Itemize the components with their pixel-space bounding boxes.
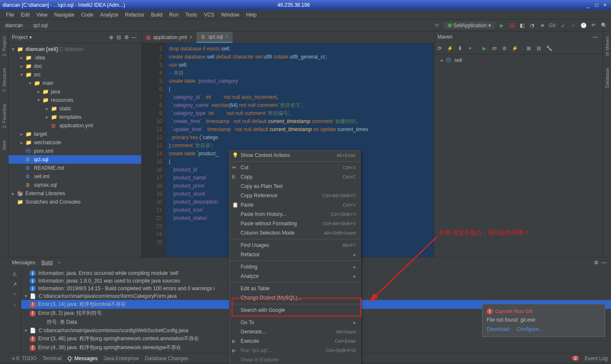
generate-icon[interactable]: ⚡ [446,45,454,52]
hide-icon[interactable]: — [130,34,138,41]
collapse-icon[interactable]: ⊟ [535,45,543,52]
editor-tab-app-yml[interactable]: ▦application.yml× [142,32,196,43]
web-tool-button[interactable]: Web [2,139,7,151]
ctx-show-context-actions[interactable]: 💡Show Context ActionsAlt+Enter [230,151,360,160]
close-icon[interactable]: × [189,34,192,40]
menu-navigate[interactable]: Navigate [51,11,78,19]
line-gutter[interactable]: 1234567891011121314151617181920212223242… [142,43,165,257]
git-update-icon[interactable]: ↙ [559,22,567,29]
show-deps-icon[interactable]: ⊞ [525,45,533,52]
menu-analyze[interactable]: Analyze [97,11,122,19]
event-count-badge[interactable]: 2 [572,356,579,361]
export-icon[interactable]: ↗ [11,280,19,288]
ctx-change-dialect-mysql-[interactable]: Change Dialect (MySQL)... [230,293,360,302]
run-icon[interactable]: ▶ [480,45,488,52]
gear-icon[interactable]: ⚙ [592,259,600,266]
ctx-edit-as-table[interactable]: Edit as Table [230,284,360,293]
database-tool-button[interactable]: Database [605,66,610,90]
tree-src[interactable]: ▾📁src [8,70,141,79]
hide-icon[interactable]: — [600,259,608,266]
gear-icon[interactable]: ⚙ [123,34,130,41]
ctx-execute[interactable]: ▶ExecuteCtrl+Enter [230,336,360,346]
maximize-icon[interactable]: □ [593,2,600,8]
warning-icon[interactable]: ⚠ [11,270,19,278]
tree-static[interactable]: ▸📁static [8,104,141,113]
add-icon[interactable]: + [466,45,474,52]
run-configuration[interactable]: ⬢ SellApplication ▾ [443,22,496,29]
close-icon[interactable]: × [58,260,61,266]
debug-icon[interactable]: 🐞 [508,22,516,29]
minimize-icon[interactable]: _ [585,2,591,8]
stop-icon[interactable]: ■ [538,22,546,29]
ctx-copy-as-plain-text[interactable]: Copy as Plain Text [230,182,360,191]
structure-tool-button[interactable]: 7: Structure [2,66,7,94]
java-enterprise-tab[interactable]: Java Enterprise [104,356,139,361]
m-icon[interactable]: m [490,45,498,52]
tree-app-yml[interactable]: ▦application.yml [8,121,141,130]
download-link[interactable]: Download [487,326,509,332]
offline-icon[interactable]: ⚡ [511,45,519,52]
tree-ext-lib[interactable]: ▸📚External Libraries [8,189,141,198]
tree-templates[interactable]: ▸📁templates [8,113,141,121]
breadcrumb-file[interactable]: qcl.sql [31,22,49,28]
git-commit-icon[interactable]: ✓ [569,22,577,29]
tree-pom[interactable]: ⓜpom.xml [8,147,141,155]
close-icon[interactable]: × [225,34,228,40]
tree-idea[interactable]: ▸📁.idea [8,53,141,62]
terminal-tab[interactable]: Terminal [42,356,62,361]
configure-link[interactable]: Configure... [517,326,543,332]
hide-icon[interactable]: — [591,33,599,41]
ctx-analyze[interactable]: Analyze▸ [230,272,360,281]
settings-icon[interactable]: 🔧 [545,45,553,52]
menu-build[interactable]: Build [148,11,166,19]
run-icon[interactable]: ▶ [498,22,505,29]
event-log-tab[interactable]: Event Log [585,356,608,361]
maven-tool-button[interactable]: m Maven [604,35,610,58]
build-tab[interactable]: Build [38,259,56,266]
todo-tab[interactable]: ≡ 6: TODO [12,356,36,361]
tree-root[interactable]: ▾📁diancan [sell] C:\diancan [8,45,141,53]
menu-view[interactable]: View [33,11,51,19]
ctx-column-selection-mode[interactable]: Column Selection ModeAlt+Shift+Insert [230,228,360,238]
profile-icon[interactable]: ◔ [528,22,536,29]
tree-main[interactable]: ▾📁main [8,79,141,87]
next-icon[interactable]: ↓ [11,301,19,308]
menu-file[interactable]: File [3,11,17,19]
sync-icon[interactable]: ⊕ [107,34,115,41]
git-history-icon[interactable]: 🕐 [580,22,587,29]
menu-window[interactable]: Window [218,11,243,19]
tree-scratches[interactable]: 📁Scratches and Consoles [8,198,141,206]
tree-doc[interactable]: ▸📁doc [8,62,141,70]
tree-sell-iml[interactable]: 🗎sell.iml [8,172,141,181]
ctx-paste-without-formatting[interactable]: Paste without FormattingCtrl+Alt+Shift+V [230,219,360,228]
db-changes-tab[interactable]: Database Changes [145,356,188,361]
menu-tools[interactable]: Tools [182,11,201,19]
git-revert-icon[interactable]: ↶ [590,22,597,29]
ctx-refactor[interactable]: Refactor▸ [230,250,360,259]
ctx-folding[interactable]: Folding▸ [230,262,360,272]
maven-tree[interactable]: ▸ⓜsell [434,54,603,257]
tree-wechatcode[interactable]: ▸📁wechatcode [8,138,141,147]
skip-icon[interactable]: ⊘ [501,45,508,52]
download-icon[interactable]: ⬇ [456,45,464,52]
breadcrumb-root[interactable]: diancan [3,22,25,28]
tree-target[interactable]: ▸📁target [8,130,141,138]
ctx-copy-reference[interactable]: Copy ReferenceCtrl+Alt+Shift+C [230,191,360,200]
menu-help[interactable]: Help [243,11,260,19]
tree-readme[interactable]: 🗎README.md [8,164,141,172]
close-icon[interactable]: × [602,2,608,8]
collapse-icon[interactable]: ⊟ [115,34,123,41]
refresh-icon[interactable]: ⟳ [436,45,443,52]
editor-tab-qcl-sql[interactable]: 🗎qcl.sql× [196,32,233,43]
project-tool-button[interactable]: 1: Project [2,35,7,58]
tree-sqmax[interactable]: 🗎sqmax.sql [8,181,141,189]
messages-tab[interactable]: Q: Messages [67,356,98,361]
search-icon[interactable]: 🔍 [600,22,608,29]
ctx-paste[interactable]: 📋PasteCtrl+V [230,200,360,210]
ctx-paste-from-history-[interactable]: Paste from History...Ctrl+Shift+V [230,210,360,219]
ctx-go-to[interactable]: Go To▸ [230,318,360,327]
tree-java[interactable]: ▸📁java [8,87,141,96]
tree-resources[interactable]: ▾📁resources [8,96,141,104]
tree-qcl-sql[interactable]: 🗎qcl.sql [8,155,141,164]
ctx-copy[interactable]: ⎘CopyCtrl+C [230,172,360,182]
